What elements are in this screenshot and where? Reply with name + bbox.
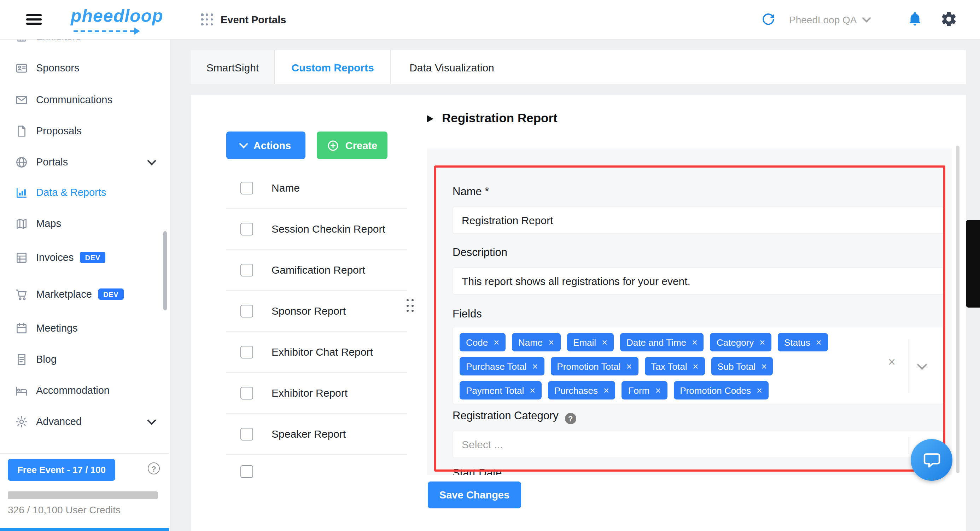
actions-button[interactable]: Actions [226,132,305,159]
field-tag[interactable]: Promotion Codes× [673,381,768,399]
report-row[interactable]: Sponsor Report [226,291,407,332]
account-switcher[interactable]: PheedLoop QA [789,0,870,39]
field-tag[interactable]: Category× [710,333,772,351]
report-row-label: Session Checkin Report [272,223,385,235]
apps-grid-icon[interactable] [201,13,213,26]
remove-tag-icon[interactable]: × [816,337,822,348]
refresh-icon[interactable] [761,12,776,27]
report-row-checkbox[interactable] [240,428,253,440]
field-tag[interactable]: Purchases× [548,381,616,399]
help-icon[interactable]: ? [148,463,160,474]
report-row-label: Gamification Report [272,264,365,276]
field-tag[interactable]: Name× [512,333,560,351]
field-tag[interactable]: Tax Total× [644,357,705,375]
remove-tag-icon[interactable]: × [761,361,767,372]
report-row-label: Exhibitor Chat Report [272,346,373,358]
field-tag[interactable]: Date and Time× [620,333,704,351]
remove-tag-icon[interactable]: × [655,385,661,396]
sidebar-item-marketplace[interactable]: MarketplaceDEV [0,278,169,310]
remove-tag-icon[interactable]: × [692,361,698,372]
report-row-checkbox[interactable] [240,465,253,478]
collapse-triangle-icon[interactable] [427,115,433,122]
free-event-plan-button[interactable]: Free Event - 17 / 100 [8,459,115,481]
report-row[interactable]: Speaker Report [226,413,407,455]
right-edge-side-tab[interactable] [966,220,980,308]
remove-tag-icon[interactable]: × [530,385,535,396]
settings-gear-icon[interactable] [940,11,958,27]
field-tag[interactable]: Status× [778,333,828,351]
pheedloop-logo[interactable]: pheedloop [71,6,163,26]
sidebar-item-label: Communications [36,94,113,105]
sidebar-item-maps[interactable]: Maps [0,208,169,239]
report-row-checkbox[interactable] [240,386,253,399]
tab-data-visualization[interactable]: Data Visualization [391,50,512,84]
sidebar-item-communications[interactable]: Communications [0,84,169,115]
tab-custom-reports[interactable]: Custom Reports [275,50,391,84]
remove-tag-icon[interactable]: × [533,361,538,372]
field-tag-label: Purchases [554,385,598,396]
remove-tag-icon[interactable]: × [603,385,609,396]
create-button[interactable]: Create [317,132,388,159]
field-tag[interactable]: Payment Total× [460,381,542,399]
sidebar-item-proposals[interactable]: Proposals [0,115,169,146]
remove-tag-icon[interactable]: × [602,337,608,348]
sidebar-item-accommodation[interactable]: Accommodation [0,375,169,406]
notifications-bell-icon[interactable] [907,11,923,27]
registration-category-select[interactable]: Select ... [452,431,944,458]
report-row-checkbox[interactable] [240,304,253,317]
fields-label: Fields [452,308,482,320]
sidebar-item-meetings[interactable]: Meetings [0,313,169,343]
sidebar-item-sponsors[interactable]: Sponsors [0,52,169,83]
report-row[interactable]: Exhibitor Report [226,373,407,413]
tab-strip-filler [512,50,966,84]
report-row-checkbox[interactable] [240,223,253,235]
field-tag[interactable]: Email× [567,333,614,351]
dev-badge: DEV [80,252,105,263]
sidebar-item-data-reports[interactable]: Data & Reports [0,177,169,208]
fields-multiselect[interactable]: Code×Name×Email×Date and Time×Category×S… [452,327,944,404]
remove-tag-icon[interactable]: × [627,361,632,372]
report-row[interactable]: Gamification Report [226,250,407,291]
sidebar-item-portals[interactable]: Portals [0,146,169,178]
sidebar-item-exhibitors[interactable]: Exhibitors [0,39,169,52]
create-button-label: Create [345,140,377,151]
report-row[interactable]: Exhibitor Chat Report [226,332,407,373]
clear-all-fields-icon[interactable]: × [888,356,896,368]
sidebar-item-label: Portals [36,156,68,168]
remove-tag-icon[interactable]: × [692,337,697,348]
remove-tag-icon[interactable]: × [548,337,554,348]
field-tag[interactable]: Sub Total× [711,357,773,375]
hamburger-menu-icon[interactable] [26,14,42,25]
chat-widget-button[interactable] [911,439,953,481]
multiselect-chevron-down-icon[interactable] [917,360,927,370]
field-tag[interactable]: Promotion Total× [550,357,638,375]
badge-icon [14,61,28,75]
sidebar-item-blog[interactable]: Blog [0,343,169,375]
sidebar-item-invoices[interactable]: InvoicesDEV [0,242,169,273]
sidebar-item-label: Meetings [36,323,78,334]
logo-arrow-decoration [73,30,134,32]
save-changes-button[interactable]: Save Changes [428,482,521,509]
sidebar-item-label: Data & Reports [36,187,106,198]
field-tag[interactable]: Code× [460,333,506,351]
sidebar-item-advanced[interactable]: Advanced [0,406,169,437]
sidebar-item-label: Advanced [36,416,82,427]
report-row-checkbox[interactable] [240,263,253,276]
panel-drag-handle[interactable] [407,299,414,313]
detail-scrollbar[interactable] [956,146,959,473]
select-all-checkbox[interactable] [240,181,253,194]
tab-smartsight[interactable]: SmartSight [191,50,275,84]
remove-tag-icon[interactable]: × [757,385,762,396]
description-input[interactable] [452,267,944,295]
report-row[interactable]: Session Checkin Report [226,208,407,250]
field-tag[interactable]: Purchase Total× [460,357,544,375]
report-row-checkbox[interactable] [240,345,253,358]
name-input[interactable] [452,207,944,234]
field-tag-label: Category [717,337,754,348]
sidebar-scrollbar[interactable] [163,231,167,310]
field-tag[interactable]: Form× [622,381,667,399]
field-tag-label: Status [784,337,810,348]
question-circle-icon[interactable]: ? [565,413,576,424]
remove-tag-icon[interactable]: × [493,337,499,348]
remove-tag-icon[interactable]: × [759,337,765,348]
